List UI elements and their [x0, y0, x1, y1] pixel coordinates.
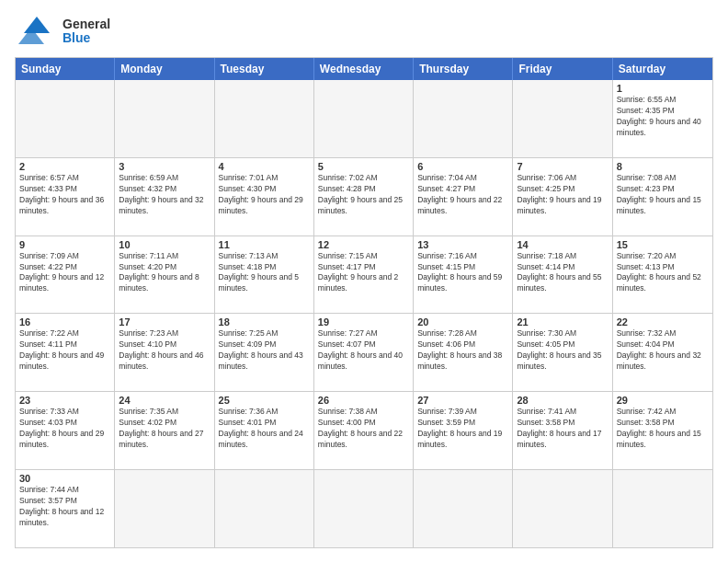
day-number: 20 — [417, 316, 508, 327]
calendar-cell-1-5: 7Sunrise: 7:06 AM Sunset: 4:25 PM Daylig… — [513, 158, 612, 236]
calendar-cell-4-5: 28Sunrise: 7:41 AM Sunset: 3:58 PM Dayli… — [513, 392, 612, 469]
day-info: Sunrise: 7:44 AM Sunset: 3:57 PM Dayligh… — [19, 485, 110, 529]
calendar-cell-0-2 — [215, 80, 314, 157]
calendar-cell-2-6: 15Sunrise: 7:20 AM Sunset: 4:13 PM Dayli… — [613, 236, 712, 314]
day-number: 22 — [617, 316, 709, 327]
day-number: 3 — [119, 161, 210, 172]
day-info: Sunrise: 7:39 AM Sunset: 3:59 PM Dayligh… — [417, 407, 508, 451]
day-info: Sunrise: 7:42 AM Sunset: 3:58 PM Dayligh… — [617, 407, 709, 451]
header-day-monday: Monday — [115, 58, 214, 80]
day-number: 12 — [318, 239, 409, 250]
day-info: Sunrise: 7:13 AM Sunset: 4:18 PM Dayligh… — [219, 251, 310, 295]
day-info: Sunrise: 7:08 AM Sunset: 4:23 PM Dayligh… — [617, 173, 709, 217]
calendar-cell-1-6: 8Sunrise: 7:08 AM Sunset: 4:23 PM Daylig… — [613, 158, 712, 236]
header-day-saturday: Saturday — [613, 58, 712, 80]
calendar-cell-4-4: 27Sunrise: 7:39 AM Sunset: 3:59 PM Dayli… — [414, 392, 513, 469]
calendar-cell-3-6: 22Sunrise: 7:32 AM Sunset: 4:04 PM Dayli… — [613, 314, 712, 391]
day-info: Sunrise: 7:25 AM Sunset: 4:09 PM Dayligh… — [219, 328, 310, 373]
day-number: 25 — [219, 395, 310, 406]
day-info: Sunrise: 7:06 AM Sunset: 4:25 PM Dayligh… — [517, 173, 608, 217]
header-day-tuesday: Tuesday — [215, 58, 314, 80]
day-info: Sunrise: 6:59 AM Sunset: 4:32 PM Dayligh… — [119, 173, 210, 217]
page-header: General Blue — [15, 15, 713, 48]
calendar-cell-2-5: 14Sunrise: 7:18 AM Sunset: 4:14 PM Dayli… — [513, 236, 612, 314]
calendar-body: 1Sunrise: 6:55 AM Sunset: 4:35 PM Daylig… — [16, 80, 712, 547]
calendar-cell-5-5 — [513, 470, 612, 547]
day-info: Sunrise: 7:27 AM Sunset: 4:07 PM Dayligh… — [318, 328, 409, 373]
calendar-cell-4-1: 24Sunrise: 7:35 AM Sunset: 4:02 PM Dayli… — [115, 392, 214, 469]
day-number: 18 — [219, 316, 310, 327]
calendar-cell-5-4 — [414, 470, 513, 547]
calendar-cell-0-0 — [16, 80, 115, 157]
day-info: Sunrise: 7:09 AM Sunset: 4:22 PM Dayligh… — [19, 251, 110, 295]
day-info: Sunrise: 7:36 AM Sunset: 4:01 PM Dayligh… — [219, 407, 310, 451]
day-info: Sunrise: 7:33 AM Sunset: 4:03 PM Dayligh… — [19, 407, 110, 451]
logo-svg — [15, 15, 59, 48]
calendar-cell-3-1: 17Sunrise: 7:23 AM Sunset: 4:10 PM Dayli… — [115, 314, 214, 391]
day-number: 5 — [318, 161, 409, 172]
day-number: 26 — [318, 395, 409, 406]
day-number: 17 — [119, 316, 210, 327]
svg-marker-0 — [24, 17, 50, 33]
calendar-cell-2-4: 13Sunrise: 7:16 AM Sunset: 4:15 PM Dayli… — [414, 236, 513, 314]
logo-blue: Blue — [63, 31, 110, 45]
day-number: 13 — [417, 239, 508, 250]
day-info: Sunrise: 7:38 AM Sunset: 4:00 PM Dayligh… — [318, 407, 409, 451]
calendar-row-5: 30Sunrise: 7:44 AM Sunset: 3:57 PM Dayli… — [16, 470, 712, 547]
calendar-row-3: 16Sunrise: 7:22 AM Sunset: 4:11 PM Dayli… — [16, 314, 712, 392]
day-number: 19 — [318, 316, 409, 327]
day-info: Sunrise: 7:01 AM Sunset: 4:30 PM Dayligh… — [219, 173, 310, 217]
day-number: 1 — [617, 83, 709, 94]
calendar-row-4: 23Sunrise: 7:33 AM Sunset: 4:03 PM Dayli… — [16, 392, 712, 470]
day-info: Sunrise: 7:35 AM Sunset: 4:02 PM Dayligh… — [119, 407, 210, 451]
calendar-cell-4-3: 26Sunrise: 7:38 AM Sunset: 4:00 PM Dayli… — [314, 392, 414, 469]
calendar-cell-4-6: 29Sunrise: 7:42 AM Sunset: 3:58 PM Dayli… — [613, 392, 712, 469]
header-day-thursday: Thursday — [414, 58, 513, 80]
calendar-cell-0-5 — [513, 80, 612, 157]
day-info: Sunrise: 6:57 AM Sunset: 4:33 PM Dayligh… — [19, 173, 110, 217]
day-number: 23 — [19, 395, 110, 406]
calendar-cell-3-5: 21Sunrise: 7:30 AM Sunset: 4:05 PM Dayli… — [513, 314, 612, 391]
logo: General Blue — [15, 15, 110, 48]
day-info: Sunrise: 7:41 AM Sunset: 3:58 PM Dayligh… — [517, 407, 608, 451]
day-number: 4 — [219, 161, 310, 172]
calendar-cell-1-1: 3Sunrise: 6:59 AM Sunset: 4:32 PM Daylig… — [115, 158, 214, 236]
calendar-cell-1-3: 5Sunrise: 7:02 AM Sunset: 4:28 PM Daylig… — [314, 158, 414, 236]
day-number: 9 — [19, 239, 110, 250]
day-info: Sunrise: 6:55 AM Sunset: 4:35 PM Dayligh… — [617, 95, 709, 139]
calendar-header: SundayMondayTuesdayWednesdayThursdayFrid… — [16, 58, 712, 80]
day-number: 14 — [517, 239, 608, 250]
day-info: Sunrise: 7:22 AM Sunset: 4:11 PM Dayligh… — [19, 328, 110, 373]
calendar-row-2: 9Sunrise: 7:09 AM Sunset: 4:22 PM Daylig… — [16, 236, 712, 315]
calendar-cell-4-2: 25Sunrise: 7:36 AM Sunset: 4:01 PM Dayli… — [215, 392, 314, 469]
day-info: Sunrise: 7:28 AM Sunset: 4:06 PM Dayligh… — [417, 328, 508, 373]
calendar-cell-2-3: 12Sunrise: 7:15 AM Sunset: 4:17 PM Dayli… — [314, 236, 414, 314]
day-number: 24 — [119, 395, 210, 406]
calendar-cell-5-2 — [215, 470, 314, 547]
day-number: 15 — [617, 239, 709, 250]
day-info: Sunrise: 7:16 AM Sunset: 4:15 PM Dayligh… — [417, 251, 508, 295]
day-info: Sunrise: 7:20 AM Sunset: 4:13 PM Dayligh… — [617, 251, 709, 295]
day-info: Sunrise: 7:30 AM Sunset: 4:05 PM Dayligh… — [517, 328, 608, 373]
day-number: 10 — [119, 239, 210, 250]
calendar-cell-4-0: 23Sunrise: 7:33 AM Sunset: 4:03 PM Dayli… — [16, 392, 115, 469]
calendar-cell-3-3: 19Sunrise: 7:27 AM Sunset: 4:07 PM Dayli… — [314, 314, 414, 391]
calendar-cell-0-6: 1Sunrise: 6:55 AM Sunset: 4:35 PM Daylig… — [613, 80, 712, 157]
day-info: Sunrise: 7:11 AM Sunset: 4:20 PM Dayligh… — [119, 251, 210, 295]
header-day-wednesday: Wednesday — [314, 58, 414, 80]
calendar-cell-2-2: 11Sunrise: 7:13 AM Sunset: 4:18 PM Dayli… — [215, 236, 314, 314]
calendar-cell-0-4 — [414, 80, 513, 157]
calendar-cell-3-0: 16Sunrise: 7:22 AM Sunset: 4:11 PM Dayli… — [16, 314, 115, 391]
header-day-friday: Friday — [513, 58, 612, 80]
day-number: 16 — [19, 316, 110, 327]
day-info: Sunrise: 7:02 AM Sunset: 4:28 PM Dayligh… — [318, 173, 409, 217]
day-number: 6 — [417, 161, 508, 172]
day-number: 8 — [617, 161, 709, 172]
calendar-cell-3-2: 18Sunrise: 7:25 AM Sunset: 4:09 PM Dayli… — [215, 314, 314, 391]
day-number: 7 — [517, 161, 608, 172]
day-number: 2 — [19, 161, 110, 172]
calendar-cell-1-2: 4Sunrise: 7:01 AM Sunset: 4:30 PM Daylig… — [215, 158, 314, 236]
calendar-cell-0-1 — [115, 80, 214, 157]
calendar-row-0: 1Sunrise: 6:55 AM Sunset: 4:35 PM Daylig… — [16, 80, 712, 158]
calendar-cell-5-6 — [613, 470, 712, 547]
